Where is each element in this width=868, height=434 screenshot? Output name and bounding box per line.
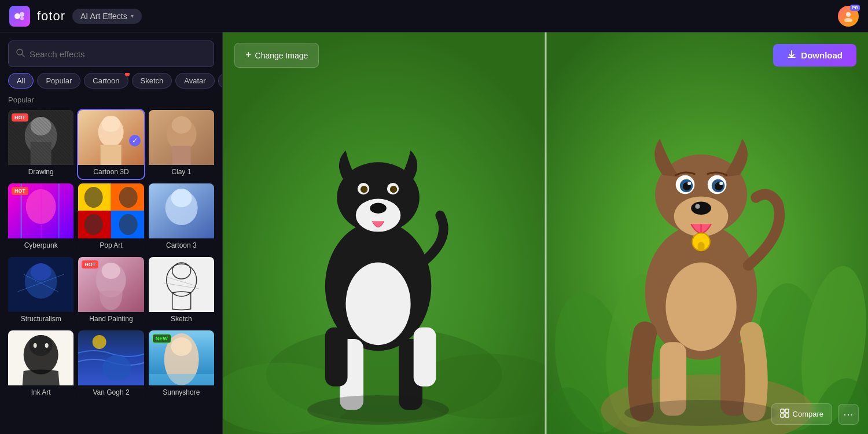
cartoon-dot	[125, 73, 130, 76]
image-compare	[223, 32, 868, 434]
svg-point-55	[102, 355, 131, 381]
svg-point-34	[171, 189, 192, 207]
svg-point-71	[390, 186, 397, 193]
compare-divider	[545, 32, 546, 434]
svg-point-77	[307, 395, 449, 425]
plus-icon: +	[245, 49, 252, 61]
effect-label-cyberpunk: Cyberpunk	[8, 238, 73, 252]
nav-label: AI Art Effects	[80, 12, 127, 21]
svg-point-65	[345, 263, 410, 345]
filter-tabs: All Popular Cartoon Sketch Avatar ›	[0, 73, 222, 95]
effect-handpainting[interactable]: HOT Hand Painting	[78, 257, 144, 326]
nav-chevron-icon: ▾	[131, 13, 134, 19]
svg-point-52	[45, 343, 49, 348]
svg-point-72	[370, 203, 387, 214]
effect-cyberpunk[interactable]: HOT Cyberpunk	[8, 183, 73, 252]
avatar[interactable]: PR	[838, 6, 859, 27]
more-options-icon: ⋯	[843, 408, 854, 421]
svg-point-13	[102, 116, 120, 132]
svg-rect-43	[149, 257, 214, 312]
selected-check: ✓	[129, 135, 141, 146]
effect-label-inkart: Ink Art	[8, 385, 73, 399]
compare-icon	[780, 409, 789, 420]
svg-point-3	[846, 12, 851, 17]
effect-structuralism[interactable]: Structuralism	[8, 257, 73, 326]
svg-point-0	[14, 13, 20, 19]
svg-point-29	[119, 187, 138, 208]
svg-rect-22	[41, 183, 42, 238]
content-toolbar: + Change Image Download	[223, 32, 868, 78]
effect-drawing[interactable]: HOT Drawing	[8, 110, 73, 179]
svg-rect-14	[101, 145, 122, 165]
badge-hot-handpainting: HOT	[82, 260, 98, 269]
svg-rect-109	[785, 414, 789, 417]
effect-cartoon3[interactable]: Cartoon 3	[149, 183, 214, 252]
svg-point-37	[31, 263, 52, 281]
main-content: + Change Image Download	[223, 32, 868, 434]
section-title-popular: Popular	[8, 95, 214, 104]
badge-hot-drawing: HOT	[12, 113, 28, 122]
svg-point-58	[171, 337, 192, 356]
effect-label-popart: Pop Art	[78, 238, 144, 252]
download-label: Download	[801, 50, 843, 60]
effect-inkart[interactable]: Ink Art	[8, 330, 73, 399]
image-panel-original	[223, 32, 546, 434]
search-bar	[8, 41, 214, 67]
sidebar: All Popular Cartoon Sketch Avatar › Popu…	[0, 32, 223, 434]
effect-label-cartoon3d: Cartoon 3D	[78, 165, 144, 179]
svg-point-70	[361, 186, 367, 193]
svg-point-8	[25, 117, 57, 155]
download-button[interactable]: Download	[773, 44, 856, 67]
search-input[interactable]	[30, 49, 207, 59]
effect-label-cartoon3: Cartoon 3	[149, 238, 214, 252]
svg-point-28	[84, 187, 103, 208]
svg-point-87	[665, 263, 736, 351]
effect-label-clay1: Clay 1	[149, 165, 214, 179]
svg-point-1	[20, 12, 24, 17]
svg-rect-108	[781, 414, 784, 417]
tab-all[interactable]: All	[8, 73, 34, 89]
tab-sketch[interactable]: Sketch	[132, 73, 172, 89]
svg-point-98	[691, 202, 711, 215]
effect-popart[interactable]: Pop Art	[78, 183, 144, 252]
svg-line-6	[22, 54, 24, 57]
tab-cartoon[interactable]: Cartoon	[84, 73, 128, 89]
svg-point-42	[102, 263, 120, 279]
svg-rect-23	[58, 183, 60, 238]
download-icon	[787, 50, 796, 61]
effect-cartoon3d[interactable]: ✓ Cartoon 3D	[78, 110, 144, 179]
tab-popular[interactable]: Popular	[37, 73, 80, 89]
main-layout: All Popular Cartoon Sketch Avatar › Popu…	[0, 32, 868, 434]
compare-button[interactable]: Compare	[771, 403, 832, 425]
svg-point-9	[31, 117, 52, 135]
svg-point-30	[84, 214, 103, 235]
effect-vangogh2[interactable]: Van Gogh 2	[78, 330, 144, 399]
svg-point-31	[119, 214, 138, 235]
effect-label-drawing: Drawing	[8, 165, 73, 179]
compare-label: Compare	[793, 410, 823, 418]
svg-point-97	[719, 182, 723, 185]
svg-point-96	[687, 182, 691, 185]
ai-art-effects-nav[interactable]: AI Art Effects ▾	[72, 9, 142, 24]
tab-avatar[interactable]: Avatar	[175, 73, 214, 89]
avatar-badge: PR	[850, 5, 860, 11]
logo-icon	[9, 6, 30, 27]
effect-label-sketch: Sketch	[149, 312, 214, 326]
effects-scroll: Popular HOT	[0, 95, 222, 434]
svg-point-50	[30, 335, 53, 356]
svg-point-17	[171, 116, 191, 134]
effects-grid: HOT Drawing	[8, 110, 214, 399]
badge-new-sunnyshore: NEW	[152, 334, 171, 343]
tab-more[interactable]: ›	[218, 73, 222, 89]
change-image-button[interactable]: + Change Image	[234, 43, 319, 68]
effect-clay1[interactable]: Clay 1	[149, 110, 214, 179]
svg-point-54	[93, 335, 106, 349]
effect-sunnyshore[interactable]: NEW Sunnyshore	[149, 330, 214, 399]
effect-label-handpainting: Hand Painting	[78, 312, 144, 326]
effect-label-vangogh2: Van Gogh 2	[78, 385, 144, 399]
search-icon	[16, 48, 25, 60]
svg-point-105	[624, 400, 778, 426]
effect-sketch[interactable]: Sketch	[149, 257, 214, 326]
svg-point-99	[695, 204, 700, 209]
more-options-button[interactable]: ⋯	[838, 404, 859, 425]
